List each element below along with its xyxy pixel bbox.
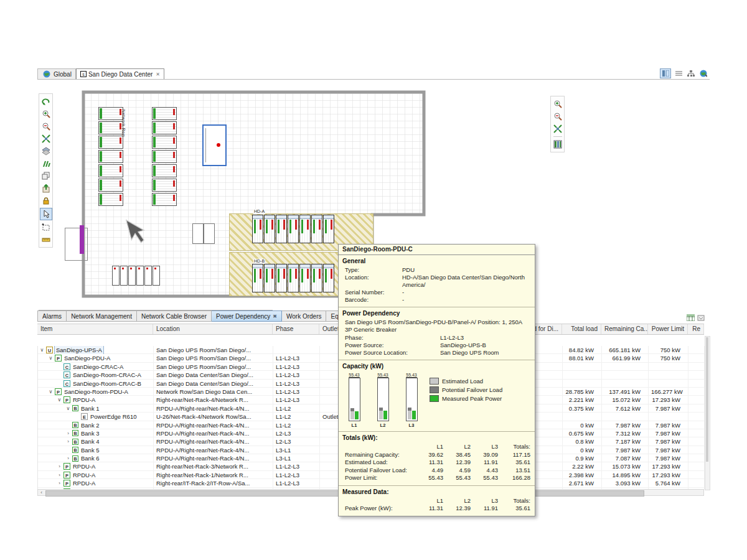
network-rack-column-b[interactable]	[152, 107, 177, 206]
rack[interactable]	[323, 215, 334, 243]
rack[interactable]	[264, 264, 275, 292]
perspective-icon[interactable]	[660, 68, 671, 78]
rack[interactable]	[98, 193, 123, 206]
column-header-2[interactable]: Phase	[273, 324, 319, 334]
rack[interactable]	[152, 179, 177, 192]
expander-expanded-icon[interactable]: ∨	[65, 404, 71, 413]
zoom-in-icon[interactable]	[40, 108, 52, 119]
column-header-8[interactable]: Re	[688, 324, 704, 334]
rack[interactable]	[276, 215, 287, 243]
rack[interactable]	[98, 150, 123, 163]
rack[interactable]	[152, 193, 177, 206]
rack-view-icon[interactable]	[552, 139, 563, 150]
panel-tab-alarms[interactable]: Alarms	[37, 310, 67, 322]
expander-expanded-icon[interactable]: ∨	[48, 388, 54, 396]
rack[interactable]	[152, 150, 177, 163]
hd-b-rack-row[interactable]	[252, 264, 334, 292]
rack[interactable]	[264, 215, 275, 243]
marquee-icon[interactable]	[40, 222, 52, 233]
globe-icon[interactable]	[698, 69, 708, 78]
column-header-7[interactable]: Power Limit	[648, 324, 688, 334]
expander-collapsed-icon[interactable]: ›	[65, 429, 71, 437]
vertical-scrollbar[interactable]	[705, 336, 710, 490]
total-load-cell: 2.22 kW	[563, 462, 602, 470]
location-cell: Right-rear/IT-Rack-2/IT-Row-A/Sa...	[154, 479, 273, 487]
rack[interactable]	[152, 164, 177, 177]
table-icon[interactable]	[687, 312, 695, 324]
column-header-5[interactable]: Total load	[562, 324, 601, 334]
rack[interactable]	[299, 264, 311, 292]
zoom-out-icon[interactable]	[40, 121, 52, 132]
rack[interactable]	[323, 264, 334, 292]
detach-icon[interactable]	[697, 312, 705, 324]
rack[interactable]	[120, 266, 128, 286]
rack[interactable]	[98, 107, 123, 120]
column-header-6[interactable]: Remaining Ca...	[601, 324, 648, 334]
network-rack-column-a[interactable]	[98, 107, 123, 206]
rack[interactable]	[112, 266, 120, 286]
rack[interactable]	[128, 266, 136, 286]
tab-san-diego-data-center[interactable]: s San Diego Data Center ✕	[76, 68, 164, 79]
rack[interactable]	[311, 215, 322, 243]
column-header-1[interactable]: Location	[153, 324, 273, 334]
field-value: HD-A/San Diego Data Center/San Diego/Nor…	[402, 274, 529, 289]
rack[interactable]	[153, 266, 160, 286]
rack[interactable]	[152, 136, 177, 149]
select-cursor-icon[interactable]	[40, 208, 52, 220]
list-icon[interactable]	[674, 69, 684, 78]
column-header-0[interactable]: Item	[37, 324, 153, 334]
expander-expanded-icon[interactable]: ∨	[57, 396, 62, 404]
rack[interactable]	[152, 107, 177, 120]
close-icon[interactable]: ✕	[156, 72, 160, 77]
fit-view-icon[interactable]	[40, 133, 52, 144]
expander-expanded-icon[interactable]: ∨	[39, 346, 45, 354]
rack[interactable]	[311, 264, 322, 292]
scroll-left-arrow[interactable]: ‹	[38, 490, 45, 495]
zoom-in-icon[interactable]	[552, 98, 563, 110]
rack[interactable]	[98, 164, 123, 177]
rack[interactable]	[252, 215, 263, 243]
item-label: SanDiego-Room-CRAC-A	[72, 371, 143, 379]
rack[interactable]	[152, 121, 177, 134]
power-limit-cell: 17.293 kW	[649, 396, 688, 404]
close-icon[interactable]: ✖	[273, 314, 277, 319]
expander-collapsed-icon[interactable]: ›	[65, 437, 71, 446]
remaining-capacity-cell: 137.491 kW	[602, 388, 649, 396]
tree-icon[interactable]	[686, 69, 696, 78]
ruler-icon[interactable]	[40, 234, 52, 245]
south-rack-row[interactable]	[112, 266, 160, 286]
fit-view-icon[interactable]	[552, 123, 563, 134]
zoom-out-icon[interactable]	[552, 111, 563, 122]
undo-icon[interactable]	[40, 96, 52, 107]
total-load-cell: 0.9 kW	[563, 454, 602, 462]
panel-tab-network-management[interactable]: Network Management	[67, 310, 137, 322]
rack[interactable]	[144, 266, 152, 286]
panel-tab-power-dependency[interactable]: Power Dependency✖	[212, 310, 282, 322]
rack[interactable]	[276, 264, 287, 292]
expander-collapsed-icon[interactable]: ›	[57, 471, 62, 479]
measure-icon[interactable]	[40, 158, 52, 169]
remaining-capacity-cell: 15.072 kW	[602, 396, 649, 404]
expander-expanded-icon[interactable]: ∨	[48, 354, 54, 362]
rack[interactable]	[98, 121, 123, 134]
expander-collapsed-icon[interactable]: ›	[57, 462, 62, 470]
rack[interactable]	[252, 264, 263, 292]
export-icon[interactable]	[40, 183, 52, 194]
rack[interactable]	[98, 179, 123, 192]
layers-icon[interactable]	[40, 146, 52, 157]
rack[interactable]	[288, 215, 299, 243]
rack[interactable]	[136, 266, 144, 286]
scrollbar-thumb[interactable]	[706, 337, 708, 462]
panel-tab-work-orders[interactable]: Work Orders	[282, 310, 327, 322]
expander-collapsed-icon[interactable]: ›	[65, 454, 71, 462]
panel-tab-network-cable-browser[interactable]: Network Cable Browser	[137, 310, 212, 322]
hd-a-rack-row[interactable]	[252, 215, 334, 243]
expander-collapsed-icon[interactable]: ›	[57, 479, 62, 487]
rack[interactable]	[288, 264, 299, 292]
lock-icon[interactable]	[40, 195, 52, 207]
tab-global[interactable]: Global	[37, 68, 76, 79]
selected-device[interactable]	[202, 124, 227, 166]
rack[interactable]	[299, 215, 311, 243]
copy-icon[interactable]	[40, 170, 52, 182]
rack[interactable]	[98, 136, 123, 149]
